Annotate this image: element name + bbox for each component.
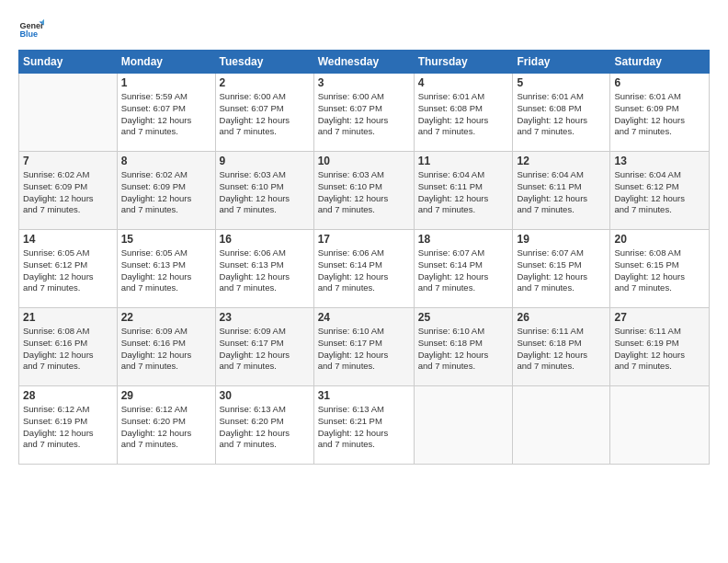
calendar-cell: 2Sunrise: 6:00 AM Sunset: 6:07 PM Daylig… [215,74,313,152]
day-detail: Sunrise: 6:09 AM Sunset: 6:17 PM Dayligh… [220,326,310,373]
calendar-cell: 27Sunrise: 6:11 AM Sunset: 6:19 PM Dayli… [610,308,710,386]
calendar-cell [414,386,513,465]
day-detail: Sunrise: 6:08 AM Sunset: 6:15 PM Dayligh… [614,247,705,294]
calendar-cell: 19Sunrise: 6:07 AM Sunset: 6:15 PM Dayli… [513,230,610,308]
calendar-cell: 13Sunrise: 6:04 AM Sunset: 6:12 PM Dayli… [610,152,710,230]
day-detail: Sunrise: 6:11 AM Sunset: 6:18 PM Dayligh… [517,326,606,373]
calendar-week-row: 7Sunrise: 6:02 AM Sunset: 6:09 PM Daylig… [19,152,710,230]
calendar-cell: 10Sunrise: 6:03 AM Sunset: 6:10 PM Dayli… [313,152,414,230]
calendar-week-row: 1Sunrise: 5:59 AM Sunset: 6:07 PM Daylig… [19,74,710,152]
calendar-cell: 11Sunrise: 6:04 AM Sunset: 6:11 PM Dayli… [414,152,513,230]
day-detail: Sunrise: 6:04 AM Sunset: 6:12 PM Dayligh… [614,169,705,216]
calendar-cell: 28Sunrise: 6:12 AM Sunset: 6:19 PM Dayli… [19,386,118,465]
calendar-cell: 6Sunrise: 6:01 AM Sunset: 6:09 PM Daylig… [610,74,710,152]
day-number: 29 [121,389,211,402]
day-detail: Sunrise: 6:07 AM Sunset: 6:14 PM Dayligh… [418,247,509,294]
day-number: 14 [23,233,113,246]
day-detail: Sunrise: 6:13 AM Sunset: 6:21 PM Dayligh… [318,404,410,451]
day-header-saturday: Saturday [610,51,710,74]
day-detail: Sunrise: 6:06 AM Sunset: 6:13 PM Dayligh… [220,247,310,294]
day-number: 13 [614,155,705,167]
day-detail: Sunrise: 6:00 AM Sunset: 6:07 PM Dayligh… [220,91,310,138]
day-number: 23 [220,311,310,324]
day-header-tuesday: Tuesday [215,51,313,74]
calendar-cell [513,386,610,465]
calendar-cell: 8Sunrise: 6:02 AM Sunset: 6:09 PM Daylig… [117,152,215,230]
calendar-cell: 3Sunrise: 6:00 AM Sunset: 6:07 PM Daylig… [313,74,414,152]
day-number: 5 [517,76,606,89]
day-detail: Sunrise: 6:10 AM Sunset: 6:18 PM Dayligh… [418,326,509,373]
calendar-cell [19,74,118,152]
day-detail: Sunrise: 6:05 AM Sunset: 6:12 PM Dayligh… [23,247,113,294]
calendar-week-row: 14Sunrise: 6:05 AM Sunset: 6:12 PM Dayli… [19,230,710,308]
day-number: 24 [318,311,410,324]
calendar-cell: 9Sunrise: 6:03 AM Sunset: 6:10 PM Daylig… [215,152,313,230]
day-detail: Sunrise: 6:02 AM Sunset: 6:09 PM Dayligh… [121,169,211,216]
day-header-wednesday: Wednesday [313,51,414,74]
day-detail: Sunrise: 6:03 AM Sunset: 6:10 PM Dayligh… [220,169,310,216]
day-number: 16 [220,233,310,246]
day-detail: Sunrise: 6:11 AM Sunset: 6:19 PM Dayligh… [614,326,705,373]
calendar-cell: 31Sunrise: 6:13 AM Sunset: 6:21 PM Dayli… [313,386,414,465]
calendar-cell: 22Sunrise: 6:09 AM Sunset: 6:16 PM Dayli… [117,308,215,386]
calendar-cell: 24Sunrise: 6:10 AM Sunset: 6:17 PM Dayli… [313,308,414,386]
day-detail: Sunrise: 6:10 AM Sunset: 6:17 PM Dayligh… [318,326,410,373]
day-detail: Sunrise: 6:02 AM Sunset: 6:09 PM Dayligh… [23,169,113,216]
day-detail: Sunrise: 5:59 AM Sunset: 6:07 PM Dayligh… [121,91,211,138]
day-detail: Sunrise: 6:05 AM Sunset: 6:13 PM Dayligh… [121,247,211,294]
day-detail: Sunrise: 6:12 AM Sunset: 6:19 PM Dayligh… [23,404,113,451]
calendar-cell: 4Sunrise: 6:01 AM Sunset: 6:08 PM Daylig… [414,74,513,152]
calendar-cell: 20Sunrise: 6:08 AM Sunset: 6:15 PM Dayli… [610,230,710,308]
day-detail: Sunrise: 6:04 AM Sunset: 6:11 PM Dayligh… [418,169,509,216]
day-header-monday: Monday [117,51,215,74]
day-detail: Sunrise: 6:01 AM Sunset: 6:08 PM Dayligh… [517,91,606,138]
logo: General Blue [18,17,44,42]
day-header-sunday: Sunday [19,51,118,74]
day-number: 8 [121,155,211,167]
calendar-header-row: SundayMondayTuesdayWednesdayThursdayFrid… [19,51,710,74]
day-number: 15 [121,233,211,246]
day-number: 26 [517,311,606,324]
calendar-table: SundayMondayTuesdayWednesdayThursdayFrid… [18,50,710,465]
calendar-cell [610,386,710,465]
day-detail: Sunrise: 6:08 AM Sunset: 6:16 PM Dayligh… [23,326,113,373]
day-number: 20 [614,233,705,246]
day-number: 6 [614,76,705,89]
calendar-cell: 21Sunrise: 6:08 AM Sunset: 6:16 PM Dayli… [19,308,118,386]
day-detail: Sunrise: 6:03 AM Sunset: 6:10 PM Dayligh… [318,169,410,216]
calendar-cell: 23Sunrise: 6:09 AM Sunset: 6:17 PM Dayli… [215,308,313,386]
day-number: 1 [121,76,211,89]
calendar-cell: 25Sunrise: 6:10 AM Sunset: 6:18 PM Dayli… [414,308,513,386]
calendar-cell: 12Sunrise: 6:04 AM Sunset: 6:11 PM Dayli… [513,152,610,230]
calendar-cell: 14Sunrise: 6:05 AM Sunset: 6:12 PM Dayli… [19,230,118,308]
page-header: General Blue [18,17,710,42]
day-number: 4 [418,76,509,89]
calendar-cell: 15Sunrise: 6:05 AM Sunset: 6:13 PM Dayli… [117,230,215,308]
day-number: 10 [318,155,410,167]
calendar-cell: 26Sunrise: 6:11 AM Sunset: 6:18 PM Dayli… [513,308,610,386]
calendar-cell: 30Sunrise: 6:13 AM Sunset: 6:20 PM Dayli… [215,386,313,465]
calendar-cell: 1Sunrise: 5:59 AM Sunset: 6:07 PM Daylig… [117,74,215,152]
day-detail: Sunrise: 6:09 AM Sunset: 6:16 PM Dayligh… [121,326,211,373]
day-number: 28 [23,389,113,402]
day-number: 2 [220,76,310,89]
logo-icon: General Blue [18,17,44,42]
day-number: 31 [318,389,410,402]
day-detail: Sunrise: 6:12 AM Sunset: 6:20 PM Dayligh… [121,404,211,451]
day-number: 12 [517,155,606,167]
day-detail: Sunrise: 6:00 AM Sunset: 6:07 PM Dayligh… [318,91,410,138]
day-detail: Sunrise: 6:04 AM Sunset: 6:11 PM Dayligh… [517,169,606,216]
calendar-cell: 16Sunrise: 6:06 AM Sunset: 6:13 PM Dayli… [215,230,313,308]
day-number: 25 [418,311,509,324]
calendar-cell: 18Sunrise: 6:07 AM Sunset: 6:14 PM Dayli… [414,230,513,308]
calendar-week-row: 21Sunrise: 6:08 AM Sunset: 6:16 PM Dayli… [19,308,710,386]
day-header-thursday: Thursday [414,51,513,74]
day-number: 9 [220,155,310,167]
day-number: 19 [517,233,606,246]
day-number: 27 [614,311,705,324]
day-number: 22 [121,311,211,324]
day-number: 18 [418,233,509,246]
day-detail: Sunrise: 6:01 AM Sunset: 6:08 PM Dayligh… [418,91,509,138]
day-detail: Sunrise: 6:01 AM Sunset: 6:09 PM Dayligh… [614,91,705,138]
day-number: 30 [220,389,310,402]
